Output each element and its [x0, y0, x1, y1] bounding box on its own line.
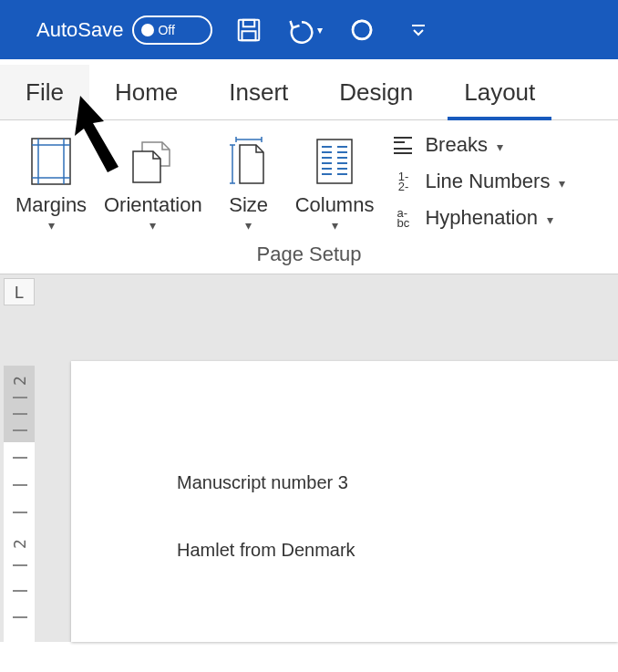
size-button[interactable]: Size ▾	[213, 129, 284, 235]
hyphenation-button[interactable]: a-bc Hyphenation ▾	[388, 206, 565, 230]
columns-icon	[314, 136, 355, 187]
toggle-knob-icon	[141, 24, 154, 36]
line-numbers-button[interactable]: 1-2- Line Numbers ▾	[388, 170, 565, 193]
document-page[interactable]: Manuscript number 3 Hamlet from Denmark	[71, 361, 618, 642]
document-workspace: L 2 2 Manuscript number 3 Hamlet from De…	[0, 274, 618, 642]
columns-button[interactable]: Columns ▾	[290, 129, 380, 235]
chevron-down-icon: ▾	[497, 142, 503, 151]
breaks-button[interactable]: Breaks ▾	[388, 133, 565, 157]
tab-layout[interactable]: Layout	[438, 65, 561, 119]
autosave-toggle[interactable]: Off	[132, 16, 212, 45]
doc-line-2: Hamlet from Denmark	[177, 540, 355, 561]
orientation-label: Orientation	[104, 193, 202, 217]
save-icon	[235, 16, 263, 44]
autosave-label: AutoSave	[36, 18, 123, 42]
hyphenation-icon: a-bc	[388, 208, 417, 228]
breaks-icon	[388, 134, 417, 156]
margins-icon	[28, 135, 74, 188]
chevron-down-icon: ▾	[245, 221, 252, 230]
ribbon-panel: Margins ▾ Orientation ▾	[0, 120, 618, 274]
tab-design[interactable]: Design	[314, 65, 438, 119]
line-numbers-label: Line Numbers	[425, 170, 550, 193]
size-label: Size	[229, 193, 268, 217]
margins-button[interactable]: Margins ▾	[9, 129, 93, 235]
orientation-icon	[126, 135, 180, 188]
chevron-down-icon: ▾	[547, 215, 553, 224]
save-button[interactable]	[229, 10, 269, 50]
ribbon-tabs: File Home Insert Design Layout	[0, 59, 618, 120]
margins-label: Margins	[15, 193, 87, 217]
customize-icon	[409, 21, 427, 39]
chevron-down-icon: ▾	[559, 179, 565, 188]
ruler-corner[interactable]: L	[4, 278, 35, 305]
columns-label: Columns	[295, 193, 375, 217]
chevron-down-icon: ▾	[317, 24, 323, 36]
hyphenation-label: Hyphenation	[425, 206, 538, 230]
size-icon	[227, 134, 271, 189]
line-numbers-icon: 1-2-	[388, 171, 417, 191]
doc-line-1: Manuscript number 3	[177, 472, 348, 493]
chevron-down-icon: ▾	[332, 221, 338, 230]
breaks-label: Breaks	[425, 133, 487, 157]
customize-qat-button[interactable]	[398, 10, 438, 50]
redo-icon	[348, 16, 376, 44]
ribbon-group-label: Page Setup	[9, 243, 609, 266]
undo-button[interactable]: ▾	[285, 10, 325, 50]
tab-insert[interactable]: Insert	[203, 65, 314, 119]
tab-file[interactable]: File	[0, 65, 89, 119]
autosave-toggle-text: Off	[158, 23, 174, 37]
svg-rect-2	[242, 31, 256, 40]
orientation-button[interactable]: Orientation ▾	[98, 129, 208, 235]
tab-home[interactable]: Home	[89, 65, 203, 119]
redo-button[interactable]	[342, 10, 382, 50]
chevron-down-icon: ▾	[48, 221, 55, 230]
svg-rect-1	[243, 19, 255, 26]
autosave-control[interactable]: AutoSave Off	[36, 16, 212, 45]
title-bar: AutoSave Off ▾	[0, 0, 618, 59]
vertical-ruler[interactable]: 2 2	[4, 366, 35, 642]
chevron-down-icon: ▾	[149, 221, 156, 230]
undo-icon	[288, 16, 315, 44]
